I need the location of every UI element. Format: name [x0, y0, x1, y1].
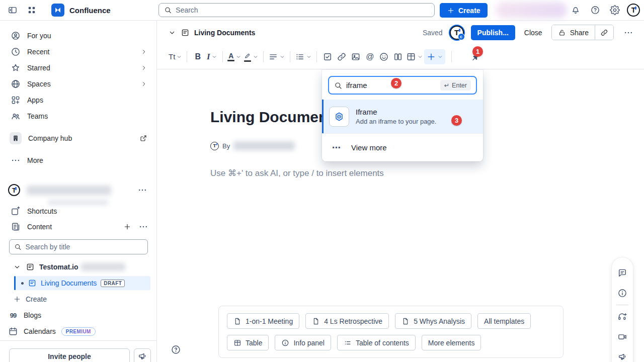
sidebar-item-starred[interactable]: Starred [0, 60, 156, 76]
share-group: Share [551, 25, 614, 40]
highlight-color-button[interactable] [243, 49, 260, 64]
notifications-button[interactable] [568, 3, 583, 18]
view-more-button[interactable]: ⋯ View more [322, 133, 483, 161]
share-button[interactable]: Share [552, 25, 595, 40]
tree-item-living-documents[interactable]: Living Documents DRAFT [14, 276, 150, 290]
tree-create-button[interactable]: Create [0, 291, 156, 307]
global-search-input[interactable] [176, 6, 429, 14]
unlock-icon [558, 29, 566, 37]
create-button[interactable]: Create [440, 3, 488, 18]
sidebar-item-more[interactable]: More [0, 152, 156, 168]
sidebar-item-content[interactable]: Content [0, 219, 156, 235]
support-button[interactable] [612, 307, 632, 327]
sidebar-item-shortcuts[interactable]: Shortcuts [0, 204, 156, 219]
comments-button[interactable] [612, 263, 632, 283]
insert-image-button[interactable] [349, 49, 363, 64]
editing-user-avatar[interactable]: Tc [450, 26, 464, 40]
layouts-button[interactable] [391, 49, 405, 64]
selected-indicator [14, 276, 16, 290]
sidebar-item-blogs[interactable]: 99Blogs [0, 307, 156, 323]
columns-icon [393, 52, 403, 62]
person-circle-icon [11, 31, 21, 41]
italic-button[interactable]: I [205, 49, 219, 64]
annotation-step-1: 1 [472, 46, 483, 57]
sidebar-item-company-hub[interactable]: Company hub [0, 130, 156, 146]
chevron-down-icon[interactable] [168, 29, 176, 37]
insert-search[interactable]: ↵Enter [328, 76, 477, 95]
help-button[interactable] [588, 3, 603, 18]
link-icon [600, 29, 608, 37]
globe-icon [11, 79, 21, 89]
copy-link-button[interactable] [595, 25, 613, 40]
settings-button[interactable] [607, 3, 622, 18]
insert-info-panel-shortcut[interactable]: Info panel [275, 335, 331, 350]
content-search-input[interactable] [26, 243, 143, 251]
video-button[interactable] [612, 327, 632, 347]
global-search[interactable] [158, 3, 435, 17]
content-search[interactable] [9, 239, 148, 254]
author-avatar: T [210, 142, 219, 150]
text-color-button[interactable]: A [226, 49, 243, 64]
more-actions-button[interactable] [621, 25, 636, 40]
align-left-icon [268, 52, 278, 62]
feedback-megaphone-button[interactable] [134, 348, 151, 362]
insert-table-button[interactable] [405, 49, 424, 64]
insert-table-shortcut[interactable]: Table [227, 335, 269, 350]
bullet-icon [21, 282, 24, 285]
announce-button[interactable] [612, 347, 632, 362]
page-header: Living Documents Saved Tc Publish... Clo… [157, 21, 644, 44]
alignment-button[interactable] [267, 49, 286, 64]
breadcrumb[interactable]: Living Documents [194, 29, 255, 37]
info-icon [281, 339, 289, 347]
details-button[interactable] [612, 283, 632, 303]
collapse-sidebar-button[interactable] [5, 3, 20, 18]
sidebar-item-calendars[interactable]: CalendarsPREMIUM [0, 323, 156, 339]
chevron-down-icon [417, 54, 423, 60]
space-header[interactable]: T [0, 183, 156, 198]
close-button[interactable]: Close [522, 29, 544, 37]
bold-button[interactable]: B [191, 49, 205, 64]
more-dots-icon[interactable] [138, 222, 148, 232]
enter-key-hint: ↵Enter [440, 80, 471, 90]
result-description: Add an iframe to your page. [356, 118, 436, 125]
template-button-4ls[interactable]: 4 Ls Retrospective [305, 313, 389, 329]
insert-toc-shortcut[interactable]: Table of contents [337, 335, 416, 350]
insert-elements-button[interactable] [424, 49, 445, 64]
chevron-down-icon[interactable] [13, 263, 21, 271]
context-panel [612, 257, 633, 362]
publish-button[interactable]: Publish... [471, 25, 515, 40]
chevron-down-icon [211, 54, 217, 60]
more-dots-icon [11, 155, 21, 165]
return-icon: ↵ [444, 81, 449, 89]
insert-link-button[interactable] [335, 49, 349, 64]
plus-icon [13, 295, 21, 303]
add-content-icon[interactable] [123, 223, 131, 231]
sidebar-item-for-you[interactable]: For you [0, 28, 156, 44]
app-switcher-button[interactable] [24, 3, 39, 18]
invite-people-button[interactable]: Invite people [9, 348, 130, 362]
editor-help-button[interactable] [171, 344, 181, 355]
redacted-author-name [233, 141, 295, 150]
sidebar-item-apps[interactable]: Apps [0, 92, 156, 108]
divider [616, 305, 628, 305]
tree-item-space[interactable]: Testomat.io [0, 259, 156, 275]
user-avatar[interactable]: T [627, 4, 640, 17]
emoji-button[interactable] [377, 49, 391, 64]
more-elements-button[interactable]: More elements [422, 335, 481, 350]
template-button-5whys[interactable]: 5 Whys Analysis [395, 313, 471, 329]
selected-indicator [322, 100, 324, 133]
lists-button[interactable] [294, 49, 313, 64]
page-icon [181, 28, 190, 37]
sidebar-item-teams[interactable]: Teams [0, 108, 156, 124]
template-button-1on1[interactable]: 1-on-1 Meeting [227, 313, 299, 329]
mention-button[interactable]: @ [363, 49, 377, 64]
task-list-button[interactable] [320, 49, 335, 64]
text-styles-button[interactable]: Tt [168, 49, 183, 64]
redacted-space-name [27, 186, 111, 195]
editor-placeholder: Use ⌘+' to ask AI, or type / to insert e… [210, 168, 384, 178]
sidebar-item-recent[interactable]: Recent [0, 44, 156, 60]
more-dots-icon[interactable] [137, 185, 147, 195]
all-templates-button[interactable]: All templates [477, 313, 531, 329]
sidebar-item-spaces[interactable]: Spaces [0, 76, 156, 92]
search-icon [164, 6, 172, 14]
